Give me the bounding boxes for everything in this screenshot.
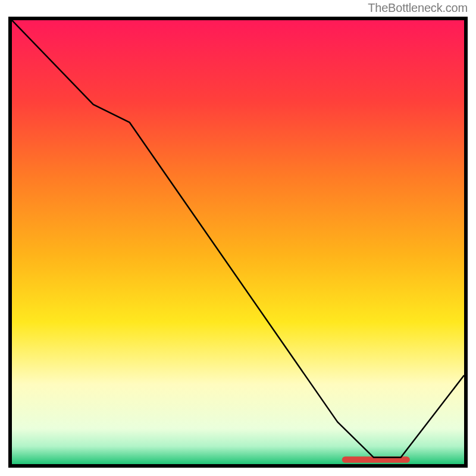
chart-svg	[12, 20, 464, 464]
plot-area	[12, 20, 464, 464]
figure-container: TheBottleneck.com	[0, 0, 476, 476]
axis-border-bottom	[8, 464, 468, 468]
axis-border-right	[464, 17, 468, 468]
plot-frame	[8, 17, 468, 468]
attribution-label: TheBottleneck.com	[368, 1, 468, 15]
gradient-background	[12, 20, 464, 464]
